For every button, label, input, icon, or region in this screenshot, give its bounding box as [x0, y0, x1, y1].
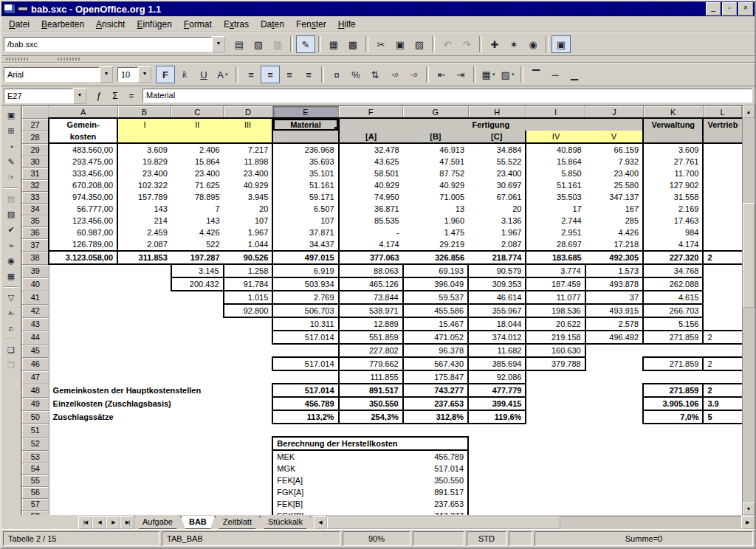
- scroll-down-icon[interactable]: ▼: [743, 503, 755, 515]
- increase-indent-button[interactable]: ⇥: [451, 66, 470, 83]
- cell-K42[interactable]: 266.703: [643, 304, 703, 317]
- cell-A34[interactable]: 56.777,00: [49, 203, 117, 215]
- cell-E32[interactable]: 51.161: [272, 179, 338, 191]
- form-controls-button[interactable]: ☞: [3, 170, 19, 185]
- cell-D33[interactable]: 3.945: [224, 191, 273, 203]
- cell-J46[interactable]: [585, 357, 643, 370]
- cell-J50[interactable]: [585, 410, 643, 424]
- cell-G43[interactable]: 15.467: [403, 317, 468, 331]
- cell-G53[interactable]: 456.789: [403, 450, 468, 463]
- title-bar[interactable]: bab.sxc - OpenOffice.org 1.1 _▫×: [1, 1, 755, 16]
- row-header-33[interactable]: 33: [22, 191, 49, 203]
- cell-G32[interactable]: 40.929: [403, 179, 468, 191]
- cell-H29[interactable]: 34.884: [468, 143, 526, 156]
- cell-D30[interactable]: 11.898: [224, 156, 273, 168]
- cell-H48[interactable]: 477.779: [468, 384, 526, 397]
- scroll-right-icon[interactable]: ▶: [741, 516, 755, 529]
- row-header-39[interactable]: 39: [22, 264, 49, 277]
- cell-L34[interactable]: [703, 203, 741, 215]
- cell-G47[interactable]: 175.847: [403, 370, 468, 384]
- cell-G36[interactable]: 1.475: [403, 227, 468, 238]
- cell-J38[interactable]: 492.305: [585, 251, 643, 264]
- cell-A38[interactable]: 3.123.058,00: [49, 251, 117, 264]
- cell-G40[interactable]: 396.049: [403, 277, 468, 291]
- col-header-H[interactable]: H: [468, 106, 526, 119]
- cell-E51[interactable]: [272, 424, 338, 437]
- cell-C39[interactable]: 3.145: [171, 264, 224, 277]
- cell-E52[interactable]: Berechnung der Herstellkosten: [272, 437, 468, 450]
- cell-L38[interactable]: 2: [703, 251, 741, 264]
- cell-C28[interactable]: [171, 131, 224, 143]
- cell-J54[interactable]: [585, 463, 643, 474]
- decrease-indent-button[interactable]: ⇤: [432, 66, 451, 83]
- cell-A33[interactable]: 974.350,00: [49, 191, 117, 203]
- sheet-tab-bab[interactable]: BAB: [181, 516, 215, 529]
- cell-E42[interactable]: 506.703: [272, 304, 338, 317]
- cell-G55[interactable]: 350.550: [403, 474, 468, 486]
- cell-D34[interactable]: 20: [224, 203, 273, 215]
- cell-J36[interactable]: 4.426: [585, 227, 643, 238]
- cell-I30[interactable]: 15.864: [526, 156, 585, 168]
- cell-C34[interactable]: 7: [171, 203, 224, 215]
- cell-F41[interactable]: 73.844: [339, 291, 403, 304]
- cell-I54[interactable]: [526, 463, 585, 474]
- cell-L46[interactable]: 2: [703, 357, 741, 370]
- col-header-E[interactable]: E: [272, 106, 338, 119]
- row-header-50[interactable]: 50: [22, 410, 49, 424]
- cell-A51[interactable]: [49, 424, 117, 437]
- cell-C44[interactable]: [171, 331, 224, 344]
- cell-D53[interactable]: [224, 450, 273, 463]
- cell-F39[interactable]: 88.063: [339, 264, 403, 277]
- cell-K51[interactable]: [643, 424, 703, 437]
- cell-A52[interactable]: [49, 437, 117, 450]
- cell-H42[interactable]: 355.967: [468, 304, 526, 317]
- cell-K39[interactable]: 34.768: [643, 264, 703, 277]
- cell-H54[interactable]: [468, 463, 526, 474]
- font-color-button[interactable]: A▼: [213, 66, 233, 83]
- find-replace-button[interactable]: ◉: [3, 253, 19, 269]
- row-header-37[interactable]: 37: [22, 238, 49, 251]
- cell-A37[interactable]: 126.789,00: [49, 238, 117, 251]
- cell-F47[interactable]: 111.855: [339, 370, 403, 384]
- sheet-tab-stückkalk[interactable]: Stückkalk: [260, 516, 311, 529]
- cell-F42[interactable]: 538.971: [339, 304, 403, 317]
- cell-A48[interactable]: Gemeinkosten der Hauptkostenstellen: [49, 384, 272, 397]
- sheet-tab-zeitblatt[interactable]: Zeitblatt: [215, 516, 260, 529]
- cell-E28[interactable]: [272, 131, 338, 143]
- first-sheet-button[interactable]: |◀: [78, 516, 92, 529]
- cell-L43[interactable]: [703, 317, 741, 331]
- cell-E46[interactable]: 517.014: [272, 357, 338, 370]
- cell-C56[interactable]: [171, 486, 224, 498]
- cell-L49[interactable]: 3.9: [703, 397, 741, 410]
- align-left-button[interactable]: ≡: [241, 66, 261, 83]
- cell-K56[interactable]: [643, 486, 703, 498]
- cell-B41[interactable]: [117, 291, 171, 304]
- cell-K48[interactable]: 271.859: [643, 384, 703, 397]
- cell-A58[interactable]: [49, 510, 117, 515]
- row-header-44[interactable]: 44: [22, 331, 49, 344]
- cell-H49[interactable]: 399.415: [468, 397, 526, 410]
- cell-A44[interactable]: [49, 331, 117, 344]
- row-header-56[interactable]: 56: [22, 486, 49, 498]
- cell-B27[interactable]: I: [117, 118, 171, 131]
- bold-button[interactable]: F: [156, 66, 175, 83]
- col-header-G[interactable]: G: [403, 106, 468, 119]
- insert-mode[interactable]: [413, 531, 464, 546]
- cell-J40[interactable]: 493.878: [585, 277, 643, 291]
- row-header-45[interactable]: 45: [22, 344, 49, 357]
- cell-K54[interactable]: [643, 463, 703, 474]
- col-header-F[interactable]: F: [339, 106, 403, 119]
- scroll-left-icon[interactable]: ◀: [314, 516, 327, 529]
- cell-E33[interactable]: 59.171: [272, 191, 338, 203]
- col-header-C[interactable]: C: [171, 106, 224, 119]
- cell-A41[interactable]: [49, 291, 117, 304]
- cell-J42[interactable]: 493.915: [585, 304, 643, 317]
- cell-I41[interactable]: 11.077: [526, 291, 585, 304]
- url-combo[interactable]: /bab.sxc ▼: [4, 36, 225, 52]
- col-header-K[interactable]: K: [643, 106, 703, 119]
- cell-C32[interactable]: 71.625: [171, 179, 224, 191]
- cell-A30[interactable]: 293.475,00: [49, 156, 117, 168]
- cell-D43[interactable]: [224, 317, 273, 331]
- cell-L51[interactable]: [703, 424, 741, 437]
- cell-E30[interactable]: 35.693: [272, 156, 338, 168]
